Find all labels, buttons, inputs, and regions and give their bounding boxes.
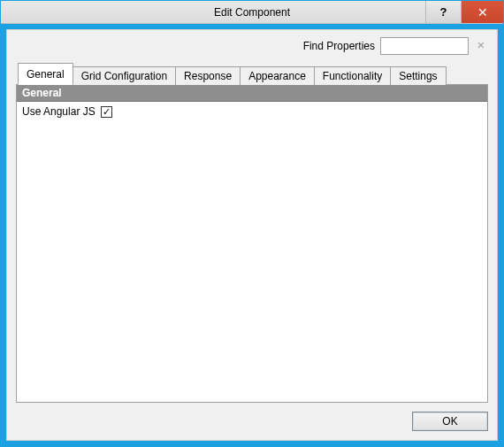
close-icon: ✕ [477, 5, 488, 19]
title-buttons: ? ✕ [425, 1, 503, 23]
find-input[interactable] [380, 37, 469, 55]
section-header-general: General [17, 85, 487, 102]
ok-button-label: OK [442, 415, 457, 428]
use-angular-label: Use Angular JS [22, 105, 95, 118]
tab-panel-general: General Use Angular JS ✓ [16, 84, 488, 403]
tab-response[interactable]: Response [175, 66, 241, 85]
tab-settings[interactable]: Settings [390, 66, 446, 85]
tab-functionality[interactable]: Functionality [314, 66, 391, 85]
help-icon: ? [440, 5, 447, 19]
use-angular-checkbox[interactable]: ✓ [101, 106, 112, 118]
dialog-window: Edit Component ? ✕ Find Properties × Gen… [0, 0, 504, 447]
tab-general[interactable]: General [18, 63, 73, 85]
ok-button[interactable]: OK [412, 412, 488, 431]
tab-grid-configuration[interactable]: Grid Configuration [73, 66, 176, 85]
find-clear-icon[interactable]: × [474, 39, 488, 53]
tab-bar: General Grid Configuration Response Appe… [16, 62, 488, 84]
close-button[interactable]: ✕ [461, 1, 503, 23]
row-use-angular: Use Angular JS ✓ [17, 102, 487, 121]
titlebar: Edit Component ? ✕ [1, 1, 503, 24]
find-row: Find Properties × [16, 37, 488, 55]
help-button[interactable]: ? [425, 1, 461, 23]
tab-appearance[interactable]: Appearance [240, 66, 315, 85]
find-label: Find Properties [303, 40, 375, 52]
button-row: OK [16, 403, 488, 431]
dialog-body: Find Properties × General Grid Configura… [6, 29, 498, 441]
